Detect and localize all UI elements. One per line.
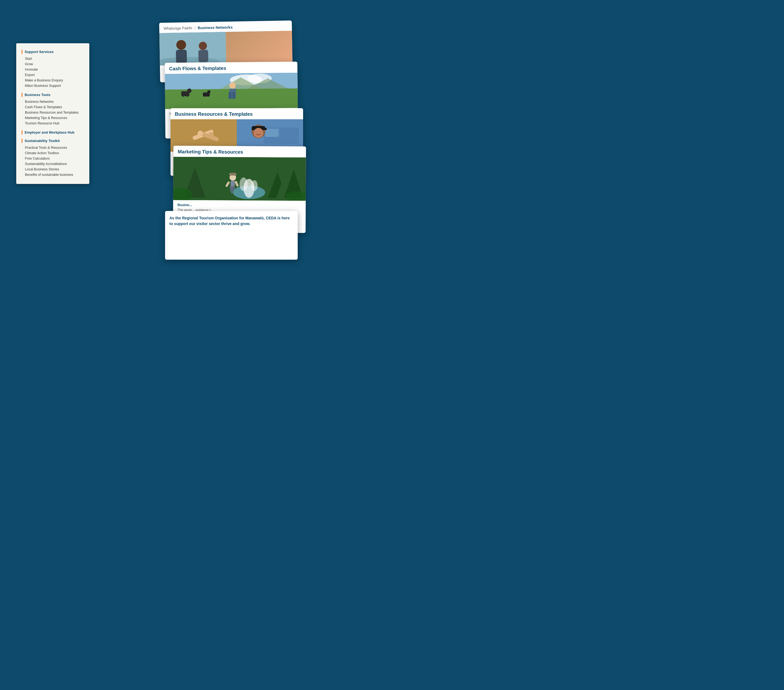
sidebar-item-export[interactable]: Export (21, 72, 84, 78)
svg-rect-5 (198, 50, 208, 62)
card-tourism: As the Regional Tourism Organisation for… (165, 211, 298, 260)
card-header-resources: Business Resources & Templates (171, 108, 303, 119)
brand-bold: Business Networks (198, 25, 232, 30)
svg-point-31 (198, 131, 203, 136)
svg-rect-20 (187, 94, 188, 97)
card-title-cash-flows: Cash Flows & Templates (169, 65, 293, 72)
svg-point-9 (264, 38, 272, 47)
svg-point-39 (254, 128, 264, 138)
sidebar-item-innovate[interactable]: Innovate (21, 67, 84, 72)
sidebar-item-enquiry[interactable]: Make a Business Enquiry (21, 78, 84, 83)
svg-point-51 (251, 180, 258, 191)
sidebar-item-sustainability-accreditations[interactable]: Sustainability Accreditations (21, 161, 84, 167)
card-image-marketing (173, 157, 306, 201)
brand-normal: Whatunga Pakihi (163, 26, 192, 31)
sidebar-item-start[interactable]: Start (21, 56, 84, 61)
sidebar-item-marketing[interactable]: Marketing Tips & Resources (21, 115, 84, 121)
svg-point-24 (229, 82, 236, 89)
sidebar-item-tourism[interactable]: Tourism Resource Hub (21, 121, 84, 126)
card-image-cash-flows (165, 73, 298, 109)
separator: | (194, 25, 195, 30)
card-image-business-networks (160, 31, 293, 66)
section-support-services: Support Services (21, 50, 84, 54)
section-employer: Employer and Workplace Hub (21, 130, 84, 135)
svg-point-50 (239, 177, 248, 191)
sidebar-item-business-networks[interactable]: Business Networks (21, 99, 84, 104)
sidebar-item-resources-templates[interactable]: Business Resources and Templates (21, 110, 84, 115)
section-business-tools: Business Tools (21, 93, 84, 97)
svg-point-23 (207, 90, 211, 94)
scene: Support Services Start Grow Innovate Exp… (11, 11, 303, 271)
svg-point-32 (208, 132, 214, 138)
svg-rect-8 (245, 46, 254, 62)
svg-rect-6 (226, 31, 293, 64)
svg-point-7 (244, 38, 253, 47)
sidebar-item-sustainable-benefits[interactable]: Benefits of sustainable business (21, 172, 84, 177)
tourism-text: As the Regional Tourism Organisation for… (165, 211, 298, 231)
svg-rect-19 (183, 94, 184, 97)
sidebar-item-local-stories[interactable]: Local Business Stories (21, 167, 84, 172)
sidebar-item-grow[interactable]: Grow (21, 61, 84, 67)
sidebar-item-climate-action[interactable]: Climate Action Toolbox (21, 150, 84, 156)
card-title-resources: Business Resources & Templates (175, 112, 299, 117)
sidebar-item-maori[interactable]: Māori Business Support (21, 83, 84, 89)
sidebar-item-practical-tools[interactable]: Practical Tools & Resources (21, 145, 84, 150)
sidebar-card: Support Services Start Grow Innovate Exp… (16, 43, 89, 184)
svg-rect-35 (265, 129, 279, 137)
card-header-cash-flows: Cash Flows & Templates (165, 62, 297, 74)
svg-rect-54 (230, 173, 236, 176)
card-title-marketing: Marketing Tips & Resources (178, 149, 302, 155)
svg-rect-3 (176, 50, 187, 64)
svg-rect-27 (232, 92, 235, 99)
svg-rect-26 (229, 92, 231, 99)
svg-point-21 (187, 89, 192, 93)
section-sustainability: Sustainability Toolkit (21, 139, 84, 143)
svg-rect-10 (264, 47, 272, 61)
sidebar-item-cash-flows[interactable]: Cash Flows & Templates (21, 104, 84, 110)
sidebar-item-free-calculators[interactable]: Free Calculators (21, 156, 84, 161)
card-header-marketing: Marketing Tips & Resources (173, 146, 306, 158)
